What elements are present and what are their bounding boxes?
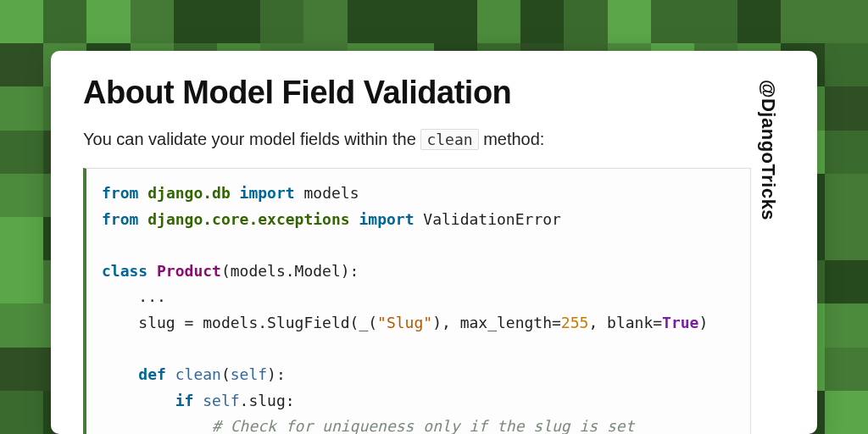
code-token xyxy=(102,417,212,434)
code-token: 255 xyxy=(561,314,589,331)
code-token: ) xyxy=(698,314,708,331)
code-token xyxy=(102,392,175,409)
code-token: True xyxy=(662,314,698,331)
intro-paragraph: You can validate your model fields withi… xyxy=(83,130,751,149)
code-token: django.db xyxy=(147,184,231,202)
code-token: ( xyxy=(221,365,231,383)
content-card: About Model Field Validation You can val… xyxy=(51,51,817,434)
code-token: "Slug" xyxy=(377,314,432,331)
code-token: import xyxy=(359,210,414,228)
code-token xyxy=(102,365,138,383)
code-token: ... xyxy=(102,287,166,305)
code-token: slug = models.SlugField(_( xyxy=(102,314,377,331)
code-token xyxy=(166,365,175,383)
code-token: if xyxy=(175,392,194,409)
code-block: from django.db import models from django… xyxy=(83,168,751,434)
code-token: self xyxy=(231,365,267,383)
code-token: .slug: xyxy=(240,392,295,409)
code-token: import xyxy=(240,184,295,202)
code-token: ), max_length= xyxy=(432,314,561,331)
author-handle: @DjangoTricks xyxy=(757,80,779,220)
code-token: from xyxy=(102,184,138,202)
code-token xyxy=(350,210,359,228)
code-token: django.core.exceptions xyxy=(147,210,349,228)
code-token xyxy=(231,184,240,202)
intro-text-after: method: xyxy=(479,130,545,148)
code-token: ): xyxy=(267,365,286,383)
code-token: , blank= xyxy=(588,314,662,331)
page-background: About Model Field Validation You can val… xyxy=(0,0,868,434)
code-token: self xyxy=(203,392,239,409)
code-token xyxy=(138,184,147,202)
card-side: @DjangoTricks xyxy=(751,75,785,434)
code-token: ValidationError xyxy=(415,210,561,228)
code-token: # Check for uniqueness only if the slug … xyxy=(212,417,635,434)
code-token xyxy=(193,392,203,409)
code-token: from xyxy=(102,210,138,228)
code-token: Product xyxy=(157,262,221,280)
card-main: About Model Field Validation You can val… xyxy=(83,75,751,434)
page-title: About Model Field Validation xyxy=(83,75,751,111)
code-token: models xyxy=(295,184,359,202)
code-token xyxy=(138,210,147,228)
intro-text-before: You can validate your model fields withi… xyxy=(83,130,420,148)
code-token: (models.Model): xyxy=(221,262,359,280)
code-token: class xyxy=(102,262,147,280)
code-token: def xyxy=(138,365,166,383)
code-token xyxy=(147,262,157,280)
inline-code-clean: clean xyxy=(420,129,478,150)
code-token: clean xyxy=(175,365,221,383)
